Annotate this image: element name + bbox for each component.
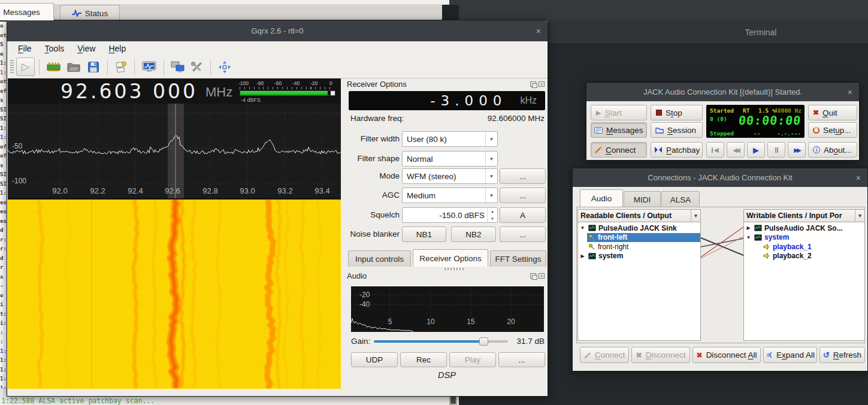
tab-audio[interactable]: Audio xyxy=(580,189,623,207)
toolbar-handle[interactable] xyxy=(10,60,14,74)
nb2-button[interactable]: NB2 xyxy=(451,226,496,242)
close-icon[interactable]: × xyxy=(536,26,541,36)
menu-help[interactable]: Help xyxy=(102,44,132,53)
gqrx-titlebar[interactable]: Gqrx 2.6 - rtl=0 × xyxy=(7,20,548,41)
spectrum-plot[interactable]: -50 -100 92.0 92.2 92.4 92.6 92.8 93.0 9… xyxy=(8,104,341,198)
writable-clients-header[interactable]: Writable Clients / Input Por ▾ xyxy=(743,209,865,222)
transport-rewind-button[interactable]: ◀◀ xyxy=(727,142,745,158)
tools-icon[interactable] xyxy=(190,61,202,73)
audio-spectrum[interactable]: -20 -40 5 10 15 20 xyxy=(351,286,544,332)
close-icon[interactable]: × xyxy=(856,173,861,183)
quit-button[interactable]: ✖ Quit xyxy=(808,105,857,120)
filter-shape-combo[interactable]: Normal▾ xyxy=(402,151,498,167)
hw-freq-value: 92.606000 MHz xyxy=(488,114,545,123)
log-row-fragment: o xyxy=(0,292,7,302)
start-button[interactable]: ▶ Start xyxy=(591,105,647,120)
tree-client-row[interactable]: ▼ PulseAudio JACK Sink xyxy=(578,223,700,233)
tab-input-controls[interactable]: Input controls xyxy=(348,250,411,267)
start-dsp-button[interactable]: ▷ xyxy=(16,58,35,76)
squelch-auto-button[interactable]: A xyxy=(500,207,546,223)
nb1-button[interactable]: NB1 xyxy=(402,226,446,242)
open-file-icon[interactable] xyxy=(67,62,80,72)
close-icon[interactable]: × xyxy=(848,87,852,97)
float-dock-icon[interactable] xyxy=(530,273,536,279)
disconnect-ports-button[interactable]: ✖ Disconnect xyxy=(631,347,690,363)
log-row-fragment: : xyxy=(0,330,7,339)
tree-port-row[interactable]: front-right xyxy=(578,242,700,252)
float-dock-icon[interactable] xyxy=(530,81,536,87)
transport-pause-button[interactable] xyxy=(767,142,785,158)
gain-slider[interactable] xyxy=(374,337,508,346)
disconnect-all-button[interactable]: ✖ Disconnect All xyxy=(692,347,761,363)
menu-view[interactable]: View xyxy=(71,44,102,53)
log-row-fragment: es xyxy=(0,208,7,218)
waterfall[interactable] xyxy=(8,200,341,389)
setup-button[interactable]: Setup... xyxy=(808,122,857,138)
mode-combo[interactable]: WFM (stereo)▾ xyxy=(402,168,498,184)
udp-button[interactable]: UDP xyxy=(351,352,398,367)
fullscreen-icon[interactable] xyxy=(218,61,231,74)
slider-handle[interactable] xyxy=(479,337,488,346)
squelch-spinbox[interactable]: -150.0 dBFS ▴ ▾ xyxy=(402,207,498,223)
connect-ports-button[interactable]: Connect xyxy=(580,347,629,363)
tree-port-row[interactable]: playback_2 xyxy=(744,252,864,261)
menu-file[interactable]: File xyxy=(11,44,38,53)
transport-start-button[interactable]: ◀ xyxy=(706,142,724,158)
spin-down-icon[interactable]: ▾ xyxy=(488,215,497,222)
about-button[interactable]: i About... xyxy=(808,142,857,158)
messages-button[interactable]: Messages xyxy=(591,122,647,138)
terminal-titlebar[interactable] xyxy=(440,0,868,20)
tree-client-row[interactable]: ▶ PulseAudio JACK So... xyxy=(744,223,864,233)
connections-titlebar[interactable]: Connections - JACK Audio Connection Kit … xyxy=(573,168,867,187)
transport-forward-button[interactable]: ▶▶ xyxy=(788,142,806,158)
tree-client-row[interactable]: ▶ system xyxy=(578,252,700,261)
menu-tools[interactable]: Tools xyxy=(38,44,71,53)
tab-midi[interactable]: MIDI xyxy=(624,191,661,207)
mode-label: Mode xyxy=(347,171,400,180)
chevron-down-icon: ▾ xyxy=(485,188,497,202)
patchbay-button[interactable]: Patchbay xyxy=(651,142,703,158)
connect-button[interactable]: Connect xyxy=(591,142,647,158)
jack-titlebar[interactable]: JACK Audio Connection Kit [(default)] St… xyxy=(586,83,859,101)
frequency-value[interactable]: 92.603 000 xyxy=(61,80,198,103)
jack-status-display: Started RT 1.5 % 48000 Hz 0 (0) 00:00:00… xyxy=(706,105,805,138)
folder-icon xyxy=(655,127,664,134)
log-row-fragment: of xyxy=(0,144,7,153)
filter-width-combo[interactable]: User (80 k)▾ xyxy=(402,131,498,147)
audio-options-button[interactable]: ... xyxy=(498,352,545,367)
tab-fft-settings[interactable]: FFT Settings xyxy=(490,250,546,267)
bookmarks-icon[interactable] xyxy=(115,61,127,73)
agc-options-button[interactable]: ... xyxy=(500,188,546,203)
tab-receiver-options[interactable]: Receiver Options xyxy=(413,249,488,267)
mode-options-button[interactable]: ... xyxy=(500,168,546,184)
tab-status[interactable]: Status xyxy=(60,5,120,21)
spin-up-icon[interactable]: ▴ xyxy=(488,208,497,215)
agc-combo[interactable]: Medium▾ xyxy=(402,188,498,203)
expand-all-button[interactable]: Expand All xyxy=(763,347,817,363)
log-row-fragment: r: xyxy=(0,246,7,255)
remote-control-icon[interactable] xyxy=(171,61,185,73)
log-row-fragment: of xyxy=(0,153,7,162)
tab-alsa[interactable]: ALSA xyxy=(661,191,700,207)
save-file-icon[interactable] xyxy=(88,62,99,72)
offset-display[interactable]: -3.000 kHz xyxy=(349,91,545,110)
dsp-window-icon[interactable] xyxy=(142,61,156,72)
nb-options-button[interactable]: ... xyxy=(500,226,546,242)
transport-play-button[interactable]: ▶ xyxy=(747,142,765,158)
io-devices-icon[interactable] xyxy=(47,62,61,72)
frequency-display[interactable]: 92.603 000 MHz -100 -80 -60 -40 -20 0 -4… xyxy=(8,78,341,104)
tree-client-row[interactable]: ▼ system xyxy=(744,233,864,243)
play-button[interactable]: Play xyxy=(449,352,496,367)
log-row-fragment: r xyxy=(0,264,7,274)
rec-button[interactable]: Rec xyxy=(400,352,447,367)
session-button[interactable]: Session xyxy=(651,122,703,138)
readable-clients-header[interactable]: Readable Clients / Output ▾ xyxy=(577,209,701,222)
stop-button[interactable]: Stop xyxy=(651,105,703,120)
tree-port-row[interactable]: playback_1 xyxy=(744,242,864,252)
close-dock-icon[interactable]: × xyxy=(539,273,545,279)
tab-messages[interactable]: Messages xyxy=(0,3,54,20)
refresh-button[interactable]: ↺ Refresh xyxy=(819,347,865,363)
tree-port-row[interactable]: front-left xyxy=(578,233,700,243)
log-row-fragment: 1: xyxy=(0,69,7,79)
close-dock-icon[interactable]: × xyxy=(539,81,545,87)
